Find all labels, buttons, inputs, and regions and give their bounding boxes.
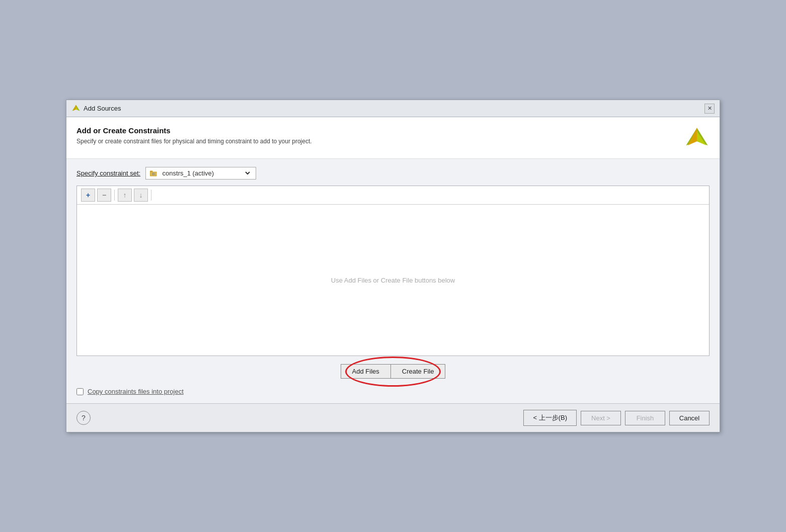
file-list-container: + − ↑ ↓ Use Add Files or Create File but… bbox=[76, 186, 710, 356]
header-section: Add or Create Constraints Specify or cre… bbox=[66, 117, 720, 159]
header-vivado-logo-icon bbox=[684, 126, 710, 151]
add-sources-dialog: Add Sources ✕ Add or Create Constraints … bbox=[66, 100, 720, 432]
header-text: Add or Create Constraints Specify or cre… bbox=[76, 126, 312, 145]
constraint-set-select[interactable]: constrs_1 (active) bbox=[161, 169, 252, 178]
constraint-set-label: Specify constraint set: bbox=[76, 169, 140, 177]
footer-right: < 上一步(B) Next > Finish Cancel bbox=[523, 410, 710, 426]
empty-list-message: Use Add Files or Create File buttons bel… bbox=[331, 277, 455, 284]
copy-constraints-label[interactable]: Copy constraints files into project bbox=[88, 388, 184, 395]
constraint-set-row: Specify constraint set: constrs_1 (activ… bbox=[76, 167, 710, 180]
remove-file-toolbar-button[interactable]: − bbox=[97, 189, 111, 202]
title-bar: Add Sources ✕ bbox=[66, 100, 720, 117]
footer-left: ? bbox=[76, 411, 91, 425]
footer: ? < 上一步(B) Next > Finish Cancel bbox=[66, 403, 720, 432]
move-down-toolbar-button[interactable]: ↓ bbox=[134, 189, 148, 202]
dialog-description: Specify or create constraint files for p… bbox=[76, 138, 312, 145]
back-button[interactable]: < 上一步(B) bbox=[523, 410, 577, 426]
close-button[interactable]: ✕ bbox=[704, 104, 715, 114]
cancel-button[interactable]: Cancel bbox=[669, 411, 710, 425]
action-buttons-row: Add Files Create File bbox=[76, 364, 710, 379]
copy-checkbox-row: Copy constraints files into project bbox=[76, 388, 710, 395]
copy-constraints-checkbox[interactable] bbox=[76, 388, 84, 395]
svg-rect-7 bbox=[150, 170, 152, 172]
dialog-heading: Add or Create Constraints bbox=[76, 126, 312, 135]
help-button[interactable]: ? bbox=[76, 411, 91, 425]
next-button[interactable]: Next > bbox=[581, 411, 621, 425]
constraint-set-dropdown[interactable]: constrs_1 (active) bbox=[145, 167, 256, 180]
vivado-logo-icon bbox=[71, 104, 81, 113]
toolbar-divider bbox=[114, 190, 115, 201]
title-bar-left: Add Sources bbox=[71, 104, 121, 113]
finish-button[interactable]: Finish bbox=[625, 411, 665, 425]
folder-icon bbox=[150, 170, 157, 177]
file-list-body: Use Add Files or Create File buttons bel… bbox=[77, 205, 709, 356]
create-file-button[interactable]: Create File bbox=[390, 364, 446, 379]
toolbar-divider-2 bbox=[151, 190, 151, 201]
add-files-button[interactable]: Add Files bbox=[341, 364, 390, 379]
move-up-toolbar-button[interactable]: ↑ bbox=[118, 189, 132, 202]
file-list-toolbar: + − ↑ ↓ bbox=[77, 186, 709, 205]
add-file-toolbar-button[interactable]: + bbox=[81, 189, 95, 202]
content-section: Specify constraint set: constrs_1 (activ… bbox=[66, 159, 720, 403]
dialog-title: Add Sources bbox=[84, 105, 121, 112]
